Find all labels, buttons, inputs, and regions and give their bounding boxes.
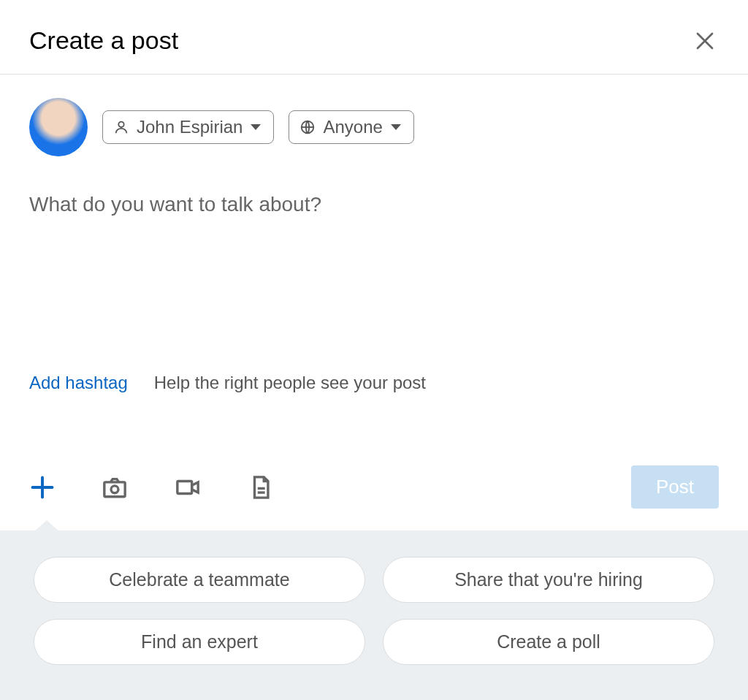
author-row: John Espirian Anyone	[29, 98, 719, 156]
svg-rect-8	[178, 481, 192, 493]
add-document-button[interactable]	[247, 475, 275, 500]
plus-icon	[29, 474, 56, 501]
add-video-button[interactable]	[174, 475, 202, 500]
modal-title: Create a post	[29, 26, 178, 55]
caret-down-icon	[250, 123, 262, 132]
audience-selector[interactable]: Anyone	[289, 110, 413, 144]
person-icon	[113, 119, 129, 135]
suggestion-create-poll[interactable]: Create a poll	[383, 619, 714, 665]
hashtag-row: Add hashtag Help the right people see yo…	[29, 373, 719, 393]
author-selector[interactable]: John Espirian	[102, 110, 274, 144]
suggestion-share-hiring[interactable]: Share that you're hiring	[383, 557, 714, 603]
modal-header: Create a post	[0, 0, 748, 75]
svg-rect-6	[104, 482, 125, 496]
suggestion-celebrate-teammate[interactable]: Celebrate a teammate	[34, 557, 365, 603]
svg-point-2	[118, 122, 123, 127]
video-icon	[174, 475, 202, 500]
close-icon	[694, 30, 716, 52]
tool-icons	[29, 474, 275, 501]
suggestion-find-expert[interactable]: Find an expert	[34, 619, 365, 665]
audience-label: Anyone	[323, 117, 382, 137]
author-name: John Espirian	[137, 117, 243, 137]
globe-icon	[299, 119, 316, 135]
hashtag-hint: Help the right people see your post	[154, 373, 426, 393]
close-button[interactable]	[691, 27, 719, 55]
action-row: Post	[0, 441, 748, 530]
create-post-modal: Create a post John Espirian	[0, 0, 748, 700]
caret-down-icon	[390, 123, 402, 132]
add-photo-button[interactable]	[101, 475, 129, 500]
post-button[interactable]: Post	[631, 465, 719, 509]
svg-point-7	[111, 485, 118, 492]
add-more-button[interactable]	[29, 474, 56, 501]
add-hashtag-button[interactable]: Add hashtag	[29, 373, 128, 393]
modal-body: John Espirian Anyone	[0, 75, 748, 441]
document-icon	[247, 475, 275, 500]
compose-textarea[interactable]	[29, 193, 719, 368]
camera-icon	[101, 475, 129, 500]
avatar	[29, 98, 88, 156]
suggestions-panel: Celebrate a teammate Share that you're h…	[0, 530, 748, 700]
